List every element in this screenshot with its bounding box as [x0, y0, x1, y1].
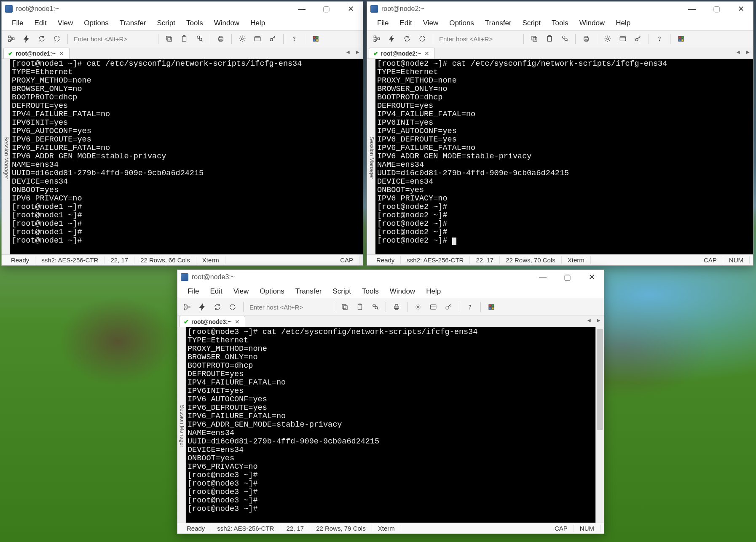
menu-view[interactable]: View: [419, 17, 443, 29]
key-icon[interactable]: [442, 301, 455, 313]
session-manager-strip[interactable]: Session Manager: [177, 327, 186, 523]
paste-icon[interactable]: [543, 32, 556, 45]
titlebar[interactable]: root@node3:~ — ▢ ✕: [177, 270, 604, 284]
terminal[interactable]: [root@node1 ~]# cat /etc/sysconfig/netwo…: [10, 59, 363, 254]
menu-script[interactable]: Script: [329, 286, 355, 297]
menu-view[interactable]: View: [229, 286, 253, 297]
tab-prev-icon[interactable]: ◄: [735, 49, 741, 55]
print-icon[interactable]: [214, 32, 227, 45]
menu-script[interactable]: Script: [518, 17, 545, 29]
titlebar[interactable]: root@node2:~ — ▢ ✕: [367, 2, 753, 16]
help-icon[interactable]: [653, 32, 666, 45]
session-options-icon[interactable]: [617, 32, 629, 45]
titlebar[interactable]: root@node1:~ — ▢ ✕: [2, 2, 363, 16]
host-input[interactable]: [248, 302, 330, 312]
session-tab[interactable]: ✔ root@node3:~ ✕: [179, 316, 245, 327]
session-tab[interactable]: ✔ root@node2:~ ✕: [369, 48, 435, 59]
close-button[interactable]: ✕: [338, 2, 363, 16]
session-manager-strip[interactable]: Session Manager: [367, 59, 375, 254]
menu-transfer[interactable]: Transfer: [115, 17, 150, 29]
tab-close-icon[interactable]: ✕: [58, 50, 65, 57]
session-tab[interactable]: ✔ root@node1:~ ✕: [3, 48, 70, 59]
session-options-icon[interactable]: [251, 32, 264, 45]
menu-help[interactable]: Help: [422, 286, 445, 297]
tab-close-icon[interactable]: ✕: [424, 50, 430, 57]
menu-transfer[interactable]: Transfer: [481, 17, 516, 29]
color-toggle-icon[interactable]: [675, 32, 687, 45]
reconnect-icon[interactable]: [401, 32, 413, 45]
color-toggle-icon[interactable]: [485, 301, 498, 313]
menu-view[interactable]: View: [54, 17, 78, 29]
terminal[interactable]: [root@node2 ~]# cat /etc/sysconfig/netwo…: [375, 59, 753, 254]
menu-help[interactable]: Help: [611, 17, 635, 29]
maximize-button[interactable]: ▢: [314, 2, 338, 16]
key-icon[interactable]: [632, 32, 644, 45]
copy-icon[interactable]: [528, 32, 541, 45]
terminal[interactable]: [root@node3 ~]# cat /etc/sysconfig/netwo…: [186, 327, 595, 523]
close-button[interactable]: ✕: [579, 270, 604, 284]
maximize-button[interactable]: ▢: [555, 270, 579, 284]
settings-icon[interactable]: [236, 32, 249, 45]
print-icon[interactable]: [580, 32, 592, 45]
menu-window[interactable]: Window: [575, 17, 609, 29]
minimize-button[interactable]: —: [531, 270, 555, 284]
help-icon[interactable]: [288, 32, 300, 45]
tab-next-icon[interactable]: ►: [745, 49, 751, 55]
menu-transfer[interactable]: Transfer: [291, 286, 326, 297]
session-manager-strip[interactable]: Session Manager: [2, 59, 10, 254]
scrollbar[interactable]: [595, 327, 604, 523]
quick-connect-icon[interactable]: [20, 32, 33, 45]
settings-icon[interactable]: [412, 301, 424, 313]
session-tree-icon[interactable]: [5, 32, 18, 45]
menu-edit[interactable]: Edit: [30, 17, 51, 29]
host-input[interactable]: [72, 33, 154, 44]
disconnect-icon[interactable]: [416, 32, 429, 45]
minimize-button[interactable]: —: [680, 2, 704, 16]
key-icon[interactable]: [266, 32, 279, 45]
copy-icon[interactable]: [338, 301, 351, 313]
tab-next-icon[interactable]: ►: [355, 49, 360, 55]
paste-icon[interactable]: [178, 32, 190, 45]
menu-window[interactable]: Window: [386, 286, 419, 297]
menu-options[interactable]: Options: [80, 17, 113, 29]
session-options-icon[interactable]: [427, 301, 440, 313]
print-icon[interactable]: [390, 301, 403, 313]
session-tree-icon[interactable]: [181, 301, 193, 313]
menu-options[interactable]: Options: [255, 286, 289, 297]
menu-file[interactable]: File: [373, 17, 393, 29]
copy-icon[interactable]: [163, 32, 175, 45]
close-button[interactable]: ✕: [729, 2, 753, 16]
tab-prev-icon[interactable]: ◄: [586, 317, 592, 323]
find-icon[interactable]: [193, 32, 206, 45]
menu-edit[interactable]: Edit: [206, 286, 226, 297]
quick-connect-icon[interactable]: [386, 32, 398, 45]
quick-connect-icon[interactable]: [196, 301, 209, 313]
paste-icon[interactable]: [354, 301, 366, 313]
menu-script[interactable]: Script: [153, 17, 180, 29]
help-icon[interactable]: [464, 301, 476, 313]
tab-close-icon[interactable]: ✕: [234, 318, 241, 325]
disconnect-icon[interactable]: [51, 32, 63, 45]
scrollbar-thumb[interactable]: [597, 329, 603, 430]
maximize-button[interactable]: ▢: [704, 2, 729, 16]
menu-file[interactable]: File: [8, 17, 27, 29]
menu-tools[interactable]: Tools: [547, 17, 573, 29]
find-icon[interactable]: [558, 32, 571, 45]
color-toggle-icon[interactable]: [309, 32, 322, 45]
disconnect-icon[interactable]: [226, 301, 239, 313]
tab-prev-icon[interactable]: ◄: [345, 49, 351, 55]
session-tree-icon[interactable]: [370, 32, 383, 45]
menu-options[interactable]: Options: [445, 17, 478, 29]
menu-help[interactable]: Help: [246, 17, 269, 29]
menu-file[interactable]: File: [183, 286, 203, 297]
menu-edit[interactable]: Edit: [395, 17, 416, 29]
tab-next-icon[interactable]: ►: [596, 317, 601, 323]
menu-tools[interactable]: Tools: [358, 286, 383, 297]
find-icon[interactable]: [369, 301, 381, 313]
host-input[interactable]: [437, 33, 519, 44]
minimize-button[interactable]: —: [290, 2, 314, 16]
reconnect-icon[interactable]: [211, 301, 224, 313]
menu-tools[interactable]: Tools: [182, 17, 207, 29]
menu-window[interactable]: Window: [210, 17, 244, 29]
reconnect-icon[interactable]: [35, 32, 48, 45]
